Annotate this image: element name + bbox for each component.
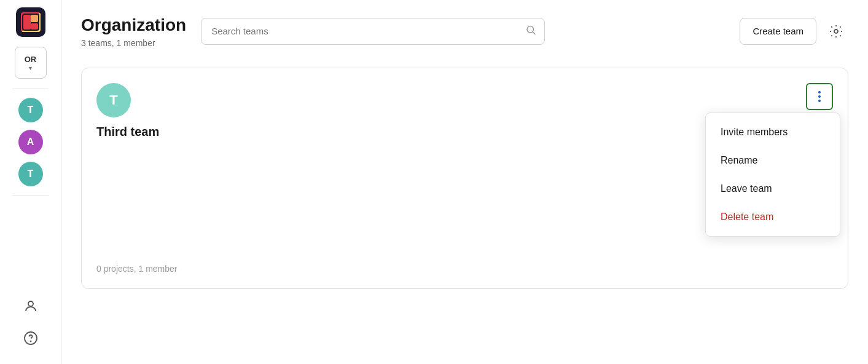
dropdown-delete-team[interactable]: Delete team bbox=[706, 203, 840, 231]
svg-rect-3 bbox=[31, 23, 38, 30]
more-button[interactable] bbox=[806, 83, 833, 110]
main-content: Organization 3 teams, 1 member Create te… bbox=[61, 0, 868, 364]
sidebar-divider bbox=[12, 89, 49, 89]
org-switcher[interactable]: OR ▾ bbox=[15, 47, 47, 79]
sidebar-bottom bbox=[20, 295, 42, 357]
sidebar: OR ▾ T A T bbox=[0, 0, 61, 364]
sidebar-avatar-t1[interactable]: T bbox=[18, 98, 43, 122]
dot-2 bbox=[818, 95, 821, 98]
team-avatar: T bbox=[96, 83, 131, 117]
svg-rect-2 bbox=[31, 15, 38, 22]
team-card: T Third team Invite members Rename Leave… bbox=[81, 68, 848, 289]
page-subtitle: 3 teams, 1 member bbox=[81, 38, 186, 48]
svg-point-6 bbox=[30, 341, 31, 342]
dropdown-leave-team[interactable]: Leave team bbox=[706, 175, 840, 203]
dot-1 bbox=[818, 91, 821, 93]
main-header: Organization 3 teams, 1 member Create te… bbox=[81, 15, 848, 48]
svg-point-9 bbox=[834, 30, 838, 33]
org-switcher-label: OR bbox=[25, 55, 37, 64]
team-meta: 0 projects, 1 member bbox=[96, 264, 833, 274]
create-team-button[interactable]: Create team bbox=[740, 18, 816, 45]
settings-button[interactable] bbox=[824, 19, 848, 44]
settings-icon bbox=[829, 24, 843, 39]
dropdown-invite-members[interactable]: Invite members bbox=[706, 118, 840, 146]
header-title-group: Organization 3 teams, 1 member bbox=[81, 15, 186, 48]
sidebar-avatar-a[interactable]: A bbox=[18, 130, 43, 154]
dot-3 bbox=[818, 100, 821, 102]
search-container bbox=[201, 18, 545, 45]
help-icon-btn[interactable] bbox=[20, 327, 42, 349]
sidebar-divider-2 bbox=[12, 195, 49, 196]
app-logo[interactable] bbox=[16, 7, 45, 37]
page-title: Organization bbox=[81, 15, 186, 36]
sidebar-avatar-t2[interactable]: T bbox=[18, 162, 43, 186]
search-input[interactable] bbox=[201, 18, 545, 45]
help-icon bbox=[23, 331, 38, 346]
dropdown-rename[interactable]: Rename bbox=[706, 146, 840, 175]
chevron-down-icon: ▾ bbox=[29, 65, 32, 71]
more-dots-icon bbox=[818, 91, 821, 102]
person-icon-btn[interactable] bbox=[20, 295, 42, 317]
logo-inner bbox=[21, 12, 41, 32]
header-actions: Create team bbox=[740, 18, 848, 45]
logo-icon bbox=[22, 14, 39, 31]
svg-rect-1 bbox=[23, 15, 31, 30]
dropdown-menu: Invite members Rename Leave team Delete … bbox=[705, 113, 840, 237]
svg-point-4 bbox=[28, 301, 33, 306]
person-icon bbox=[23, 299, 38, 314]
